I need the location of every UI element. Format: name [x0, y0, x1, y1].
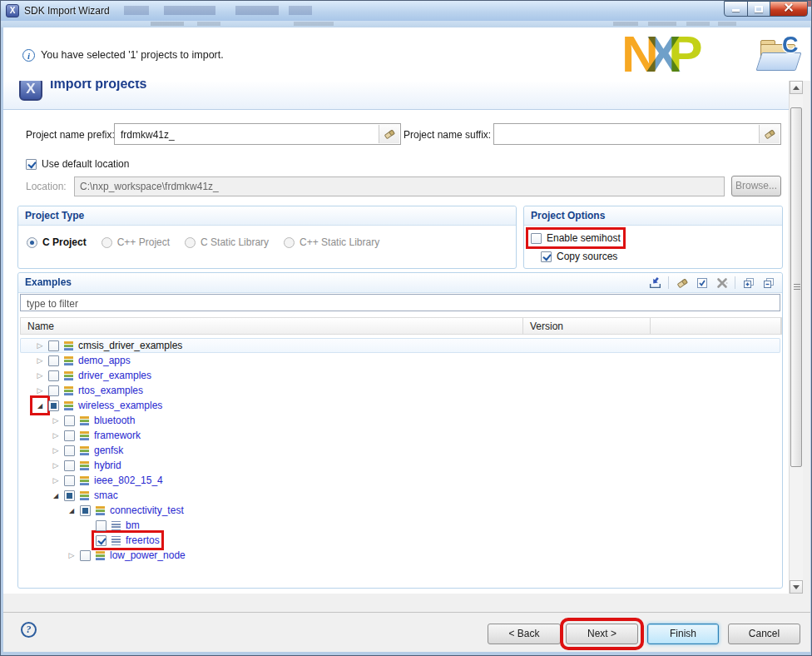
filter-input[interactable] — [25, 295, 779, 312]
dialog-content: i You have selected '1' projects to impo… — [3, 27, 810, 652]
checkbox-label: Copy sources — [557, 251, 617, 262]
checkbox-label: Enable semihost — [547, 232, 621, 244]
tree-item-label: freertos — [126, 534, 160, 546]
column-header-blank[interactable] — [651, 318, 781, 334]
radio-c-project[interactable] — [27, 237, 37, 248]
tree-checkbox-low_power_node[interactable] — [80, 550, 91, 561]
project-type-option-0: C Project — [27, 236, 87, 248]
collapsed-arrow-icon[interactable] — [34, 340, 46, 351]
use-default-location-checkbox[interactable] — [26, 159, 37, 170]
finish-button[interactable]: Finish — [647, 624, 719, 644]
examples-toolbar — [648, 276, 775, 290]
example-category-icon — [80, 445, 89, 456]
tree-item-demo_apps[interactable]: demo_apps — [20, 353, 780, 368]
tree-checkbox-hybrid[interactable] — [64, 460, 75, 471]
collapsed-arrow-icon[interactable] — [50, 460, 62, 471]
tree-item-hybrid[interactable]: hybrid — [20, 458, 780, 473]
tree-checkbox-bluetooth[interactable] — [64, 415, 75, 426]
vertical-scrollbar[interactable] — [789, 81, 803, 594]
collapsed-arrow-icon[interactable] — [50, 445, 62, 456]
collapse-all-icon[interactable] — [761, 276, 775, 290]
example-category-icon — [64, 400, 73, 411]
collapsed-arrow-icon[interactable] — [34, 370, 46, 381]
tree-checkbox-freertos[interactable] — [96, 535, 106, 546]
toolbar-separator — [735, 276, 735, 289]
checkbox-copy-sources[interactable] — [541, 251, 552, 262]
minimize-icon — [732, 9, 740, 12]
tree-item-label: bluetooth — [94, 415, 135, 426]
project-type-title: Project Type — [18, 206, 516, 226]
sdk-import-wizard-window: X SDK Import Wizard i You have selected … — [0, 0, 812, 656]
examples-group: Examples NameVersion cmsis_driver_exampl… — [17, 272, 783, 589]
info-icon: i — [22, 49, 35, 62]
tree-checkbox-smac[interactable] — [64, 490, 75, 501]
tree-item-smac[interactable]: smac — [20, 488, 780, 503]
tree-item-low_power_node[interactable]: low_power_node — [20, 548, 780, 563]
tree-checkbox-bm[interactable] — [96, 520, 106, 531]
clear-filter-icon[interactable] — [675, 276, 689, 290]
expanded-arrow-icon[interactable] — [50, 490, 62, 501]
collapsed-arrow-icon[interactable] — [34, 355, 46, 366]
tree-checkbox-genfsk[interactable] — [64, 445, 75, 456]
scroll-up-button[interactable] — [790, 81, 803, 94]
close-button[interactable] — [770, 1, 808, 17]
page-title: Import projects — [50, 81, 146, 92]
example-category-icon — [64, 340, 73, 351]
example-category-icon — [80, 430, 89, 441]
window-title: SDK Import Wizard — [24, 1, 110, 21]
option-enable-semihost: Enable semihost — [531, 232, 621, 244]
select-all-icon[interactable] — [695, 276, 709, 290]
maximize-button[interactable] — [747, 1, 770, 17]
titlebar[interactable]: X SDK Import Wizard — [1, 1, 812, 22]
tree-checkbox-wireless_examples[interactable] — [48, 400, 59, 411]
clear-prefix-icon[interactable] — [379, 125, 399, 143]
collapsed-arrow-icon[interactable] — [50, 430, 62, 441]
tree-item-wireless_examples[interactable]: wireless_examples — [20, 398, 780, 413]
tree-item-cmsis_driver_examples[interactable]: cmsis_driver_examples — [20, 338, 780, 353]
minimize-button[interactable] — [724, 1, 748, 17]
column-header-name[interactable]: Name — [21, 318, 523, 334]
cancel-button[interactable]: Cancel — [728, 624, 800, 644]
checkbox-enable-semihost[interactable] — [531, 233, 542, 244]
prefix-input[interactable] — [119, 124, 381, 146]
prefix-field-wrap — [114, 123, 401, 145]
tree-item-rtos_examples[interactable]: rtos_examples — [20, 383, 780, 398]
tree-checkbox-ieee_802_15_4[interactable] — [64, 475, 75, 486]
scroll-down-button[interactable] — [790, 580, 803, 594]
tree-item-framework[interactable]: framework — [20, 428, 780, 443]
clear-suffix-icon[interactable] — [759, 125, 780, 143]
expanded-arrow-icon[interactable] — [34, 400, 46, 411]
back-button[interactable]: < Back — [488, 624, 561, 644]
import-example-icon[interactable] — [648, 276, 662, 290]
collapsed-arrow-icon[interactable] — [34, 385, 46, 396]
collapsed-arrow-icon[interactable] — [50, 415, 62, 426]
column-header-version[interactable]: Version — [523, 318, 651, 334]
collapsed-arrow-icon[interactable] — [50, 475, 62, 486]
tree-item-bluetooth[interactable]: bluetooth — [20, 413, 780, 428]
tree-item-bm[interactable]: bm — [20, 518, 780, 533]
tree-checkbox-connectivity_test[interactable] — [80, 505, 91, 516]
tree-checkbox-demo_apps[interactable] — [48, 355, 59, 366]
tree-checkbox-cmsis_driver_examples[interactable] — [48, 340, 59, 351]
deselect-all-icon[interactable] — [715, 276, 729, 290]
expand-all-icon[interactable] — [741, 276, 755, 290]
next-button[interactable]: Next > — [566, 624, 638, 644]
suffix-input[interactable] — [498, 124, 761, 146]
collapsed-arrow-icon[interactable] — [66, 549, 77, 561]
expanded-arrow-icon[interactable] — [66, 504, 77, 516]
tree-item-driver_examples[interactable]: driver_examples — [20, 368, 780, 383]
scrollbar-thumb[interactable] — [790, 107, 802, 467]
tree-item-connectivity_test[interactable]: connectivity_test — [20, 503, 780, 518]
maximize-icon — [755, 6, 763, 12]
tree-checkbox-framework[interactable] — [64, 430, 75, 441]
tree-item-freertos[interactable]: freertos — [20, 533, 780, 548]
tree-item-genfsk[interactable]: genfsk — [20, 443, 780, 458]
tree-item-ieee_802_15_4[interactable]: ieee_802_15_4 — [20, 473, 780, 488]
highlighted-tree-item: freertos — [96, 534, 160, 546]
prefix-label: Project name prefix: — [26, 129, 115, 141]
radio-label: C Static Library — [201, 236, 269, 248]
help-button[interactable]: ? — [21, 622, 37, 638]
tree-checkbox-driver_examples[interactable] — [48, 370, 59, 381]
tree-item-label: bm — [126, 519, 140, 531]
tree-checkbox-rtos_examples[interactable] — [48, 385, 59, 396]
